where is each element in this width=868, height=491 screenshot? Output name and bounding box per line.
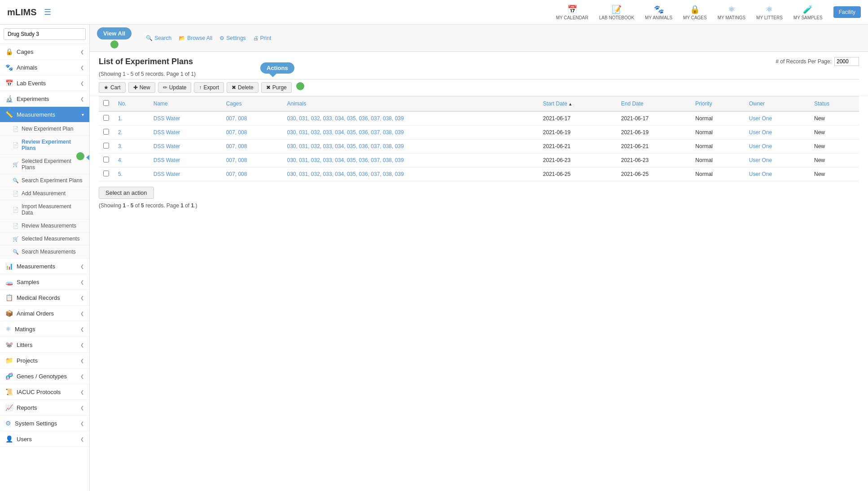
browse-all-button[interactable]: 📂 Browse All bbox=[179, 35, 212, 41]
export-button[interactable]: ↑ Export bbox=[194, 82, 224, 93]
sidebar-search-input[interactable] bbox=[4, 28, 86, 40]
cell-name[interactable]: DSS Water bbox=[149, 140, 222, 153]
nav-samples[interactable]: 🧪 MY SAMPLES bbox=[793, 4, 823, 20]
showing-info-top: (Showing 1 - 5 of 5 records. Page 1 of 1… bbox=[90, 69, 868, 79]
submenu-search-experiment-plans[interactable]: 🔍 Search Experiment Plans bbox=[0, 174, 89, 187]
submenu-import-measurement-data[interactable]: 📄 Import Measurement Data bbox=[0, 200, 89, 219]
print-button[interactable]: 🖨 Print bbox=[253, 35, 272, 41]
sidebar-item-users[interactable]: 👤 Users ❮ bbox=[0, 431, 89, 447]
sidebar-item-iacuc[interactable]: 📜 IACUC Protocols ❮ bbox=[0, 384, 89, 400]
sidebar-label-measurements: Measurements bbox=[17, 111, 55, 118]
cell-name[interactable]: DSS Water bbox=[149, 153, 222, 167]
cell-animals[interactable]: 030, 031, 032, 033, 034, 035, 036, 037, … bbox=[282, 140, 538, 153]
row-checkbox[interactable] bbox=[103, 143, 109, 149]
hamburger-menu[interactable]: ☰ bbox=[44, 7, 51, 17]
submenu-selected-experiment-plans[interactable]: 🛒 Selected Experiment Plans bbox=[0, 155, 89, 174]
cell-no[interactable]: 4. bbox=[114, 153, 149, 167]
sidebar-item-cages[interactable]: 🔒 Cages ❮ bbox=[0, 44, 89, 60]
row-checkbox[interactable] bbox=[103, 115, 109, 121]
row-checkbox[interactable] bbox=[103, 171, 109, 176]
cell-animals[interactable]: 030, 031, 032, 033, 034, 035, 036, 037, … bbox=[282, 167, 538, 181]
sidebar-item-system-settings[interactable]: ⚙ System Settings ❮ bbox=[0, 416, 89, 431]
sidebar-item-animal-orders[interactable]: 📦 Animal Orders ❮ bbox=[0, 306, 89, 321]
view-all-button[interactable]: View All bbox=[97, 27, 132, 39]
update-button[interactable]: ✏ Update bbox=[158, 82, 192, 93]
settings-button[interactable]: ⚙ Settings bbox=[219, 35, 245, 41]
table-container: No. Name Cages Animals Start Date End Da… bbox=[90, 96, 868, 181]
cell-owner[interactable]: User One bbox=[745, 111, 810, 126]
cell-checkbox[interactable] bbox=[99, 153, 114, 167]
cell-cages[interactable]: 007, 008 bbox=[222, 153, 283, 167]
cell-no[interactable]: 5. bbox=[114, 167, 149, 181]
purge-button[interactable]: ✖ Purge bbox=[261, 82, 292, 93]
submenu-search-measurements[interactable]: 🔍 Search Measurements bbox=[0, 246, 89, 259]
new-button[interactable]: ✚ New bbox=[128, 82, 155, 93]
row-checkbox[interactable] bbox=[103, 157, 109, 162]
select-action-button[interactable]: Select an action bbox=[99, 187, 154, 199]
select-all-checkbox[interactable] bbox=[103, 100, 109, 106]
cell-name[interactable]: DSS Water bbox=[149, 111, 222, 126]
submenu-review-measurements[interactable]: 📄 Review Measurements bbox=[0, 219, 89, 232]
sidebar-item-reports[interactable]: 📈 Reports ❮ bbox=[0, 400, 89, 416]
row-checkbox[interactable] bbox=[103, 129, 109, 135]
cell-cages[interactable]: 007, 008 bbox=[222, 111, 283, 126]
submenu-selected-measurements[interactable]: 🛒 Selected Measurements bbox=[0, 232, 89, 246]
submenu-review-experiment-plans[interactable]: 📄 Review Experiment Plans bbox=[0, 136, 89, 155]
cell-name[interactable]: DSS Water bbox=[149, 167, 222, 181]
nav-litters[interactable]: ⚛ MY LITTERS bbox=[756, 4, 783, 20]
cell-owner[interactable]: User One bbox=[745, 140, 810, 153]
cell-no[interactable]: 2. bbox=[114, 126, 149, 140]
cell-checkbox[interactable] bbox=[99, 111, 114, 126]
sidebar-item-lab-events[interactable]: 📅 Lab Events ❮ bbox=[0, 75, 89, 91]
submenu-label-import-measurement-data: Import Measurement Data bbox=[22, 203, 84, 216]
sidebar-item-experiments[interactable]: 🔬 Experiments ❮ bbox=[0, 91, 89, 107]
col-name[interactable]: Name bbox=[149, 96, 222, 112]
col-priority[interactable]: Priority bbox=[691, 96, 744, 112]
col-cages[interactable]: Cages bbox=[222, 96, 283, 112]
col-no[interactable]: No. bbox=[114, 96, 149, 112]
cell-animals[interactable]: 030, 031, 032, 033, 034, 035, 036, 037, … bbox=[282, 153, 538, 167]
cell-owner[interactable]: User One bbox=[745, 153, 810, 167]
cell-animals[interactable]: 030, 031, 032, 033, 034, 035, 036, 037, … bbox=[282, 111, 538, 126]
sidebar-item-animals[interactable]: 🐾 Animals ❮ bbox=[0, 60, 89, 75]
sidebar-item-measurements2[interactable]: 📊 Measurements ❮ bbox=[0, 259, 89, 274]
print-icon: 🖨 bbox=[253, 35, 259, 41]
submenu-new-experiment-plan[interactable]: 📄 New Experiment Plan bbox=[0, 123, 89, 136]
cell-cages[interactable]: 007, 008 bbox=[222, 167, 283, 181]
sidebar-item-matings[interactable]: ⚛ Matings ❮ bbox=[0, 321, 89, 337]
cell-cages[interactable]: 007, 008 bbox=[222, 140, 283, 153]
records-per-page-input[interactable] bbox=[834, 57, 859, 66]
sidebar-item-measurements[interactable]: 📏 Measurements ▾ bbox=[0, 107, 89, 123]
cart-button[interactable]: ★ Cart bbox=[99, 82, 126, 93]
iacuc-sidebar-icon: 📜 bbox=[5, 388, 13, 395]
nav-cages[interactable]: 🔒 MY CAGES bbox=[683, 4, 707, 20]
col-start-date[interactable]: Start Date bbox=[539, 96, 617, 112]
sidebar-item-medical-records[interactable]: 📋 Medical Records ❮ bbox=[0, 290, 89, 306]
col-status[interactable]: Status bbox=[810, 96, 859, 112]
nav-notebook[interactable]: 📝 LAB NOTEBOOK bbox=[599, 4, 634, 20]
sidebar-item-samples[interactable]: 🧫 Samples ❮ bbox=[0, 274, 89, 290]
cell-no[interactable]: 1. bbox=[114, 111, 149, 126]
cell-owner[interactable]: User One bbox=[745, 167, 810, 181]
cell-checkbox[interactable] bbox=[99, 140, 114, 153]
cell-no[interactable]: 3. bbox=[114, 140, 149, 153]
col-owner[interactable]: Owner bbox=[745, 96, 810, 112]
sidebar-item-genes[interactable]: 🧬 Genes / Genotypes ❮ bbox=[0, 368, 89, 384]
col-animals[interactable]: Animals bbox=[282, 96, 538, 112]
cell-name[interactable]: DSS Water bbox=[149, 126, 222, 140]
sidebar-item-litters[interactable]: 🐭 Litters ❮ bbox=[0, 337, 89, 353]
cell-animals[interactable]: 030, 031, 032, 033, 034, 035, 036, 037, … bbox=[282, 126, 538, 140]
delete-button[interactable]: ✖ Delete bbox=[227, 82, 259, 93]
nav-animals[interactable]: 🐾 MY ANIMALS bbox=[645, 4, 672, 20]
sidebar-item-projects[interactable]: 📁 Projects ❮ bbox=[0, 353, 89, 368]
cell-checkbox[interactable] bbox=[99, 167, 114, 181]
nav-matings[interactable]: ⚛ MY MATINGS bbox=[718, 4, 745, 20]
submenu-add-measurement[interactable]: 📄 Add Measurement bbox=[0, 187, 89, 200]
nav-calendar[interactable]: 📅 MY CALENDAR bbox=[556, 4, 588, 20]
cell-checkbox[interactable] bbox=[99, 126, 114, 140]
col-end-date[interactable]: End Date bbox=[617, 96, 691, 112]
cell-owner[interactable]: User One bbox=[745, 126, 810, 140]
search-button[interactable]: 🔍 Search bbox=[146, 35, 171, 41]
facility-button[interactable]: Facility bbox=[833, 6, 861, 18]
cell-cages[interactable]: 007, 008 bbox=[222, 126, 283, 140]
